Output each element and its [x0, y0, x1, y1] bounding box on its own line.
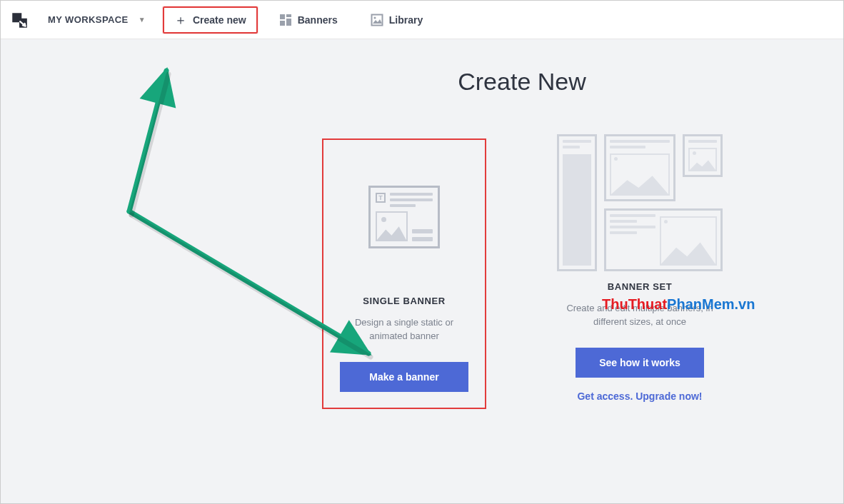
chevron-down-icon: ▼ — [139, 16, 146, 24]
banners-label: Banners — [298, 14, 338, 26]
library-icon — [371, 14, 383, 26]
top-navbar: MY WORKSPACE ▼ ＋ Create new Banners Libr… — [1, 1, 843, 39]
create-new-button[interactable]: ＋ Create new — [163, 6, 258, 34]
workspace-dropdown[interactable]: MY WORKSPACE ▼ — [41, 10, 153, 29]
upgrade-link[interactable]: Get access. Upgrade now! — [558, 390, 722, 402]
create-new-label: Create new — [193, 14, 246, 26]
banner-set-title: BANNER SET — [558, 281, 722, 292]
svg-rect-0 — [280, 14, 285, 19]
single-banner-card[interactable]: T SINGLE BANNER Design a single static o… — [322, 138, 486, 409]
banner-set-card[interactable]: BANNER SET Create and edit multiple bann… — [558, 138, 722, 409]
banner-set-desc: Create and edit multiple banners, in dif… — [558, 302, 722, 329]
svg-rect-1 — [286, 14, 291, 17]
svg-rect-2 — [286, 19, 291, 26]
make-a-banner-button[interactable]: Make a banner — [340, 362, 468, 392]
main-content: Create New T SINGLE BANNER Design a sing… — [1, 39, 843, 503]
svg-rect-4 — [371, 14, 382, 25]
app-logo-icon — [9, 10, 29, 30]
single-banner-illustration-icon: T — [331, 153, 478, 281]
workspace-label: MY WORKSPACE — [48, 14, 129, 25]
cards-row: T SINGLE BANNER Design a single static o… — [201, 138, 843, 409]
svg-point-5 — [373, 16, 376, 19]
single-banner-desc: Design a single static or animated banne… — [331, 316, 478, 343]
single-banner-title: SINGLE BANNER — [331, 296, 478, 306]
library-nav-button[interactable]: Library — [359, 6, 434, 34]
svg-rect-3 — [280, 21, 285, 26]
plus-icon: ＋ — [174, 14, 187, 26]
banners-icon — [279, 14, 292, 26]
see-how-it-works-button[interactable]: See how it works — [576, 348, 704, 378]
page-title: Create New — [201, 68, 843, 96]
library-label: Library — [389, 14, 423, 26]
banner-set-illustration-icon — [558, 138, 722, 267]
banners-nav-button[interactable]: Banners — [268, 6, 349, 34]
